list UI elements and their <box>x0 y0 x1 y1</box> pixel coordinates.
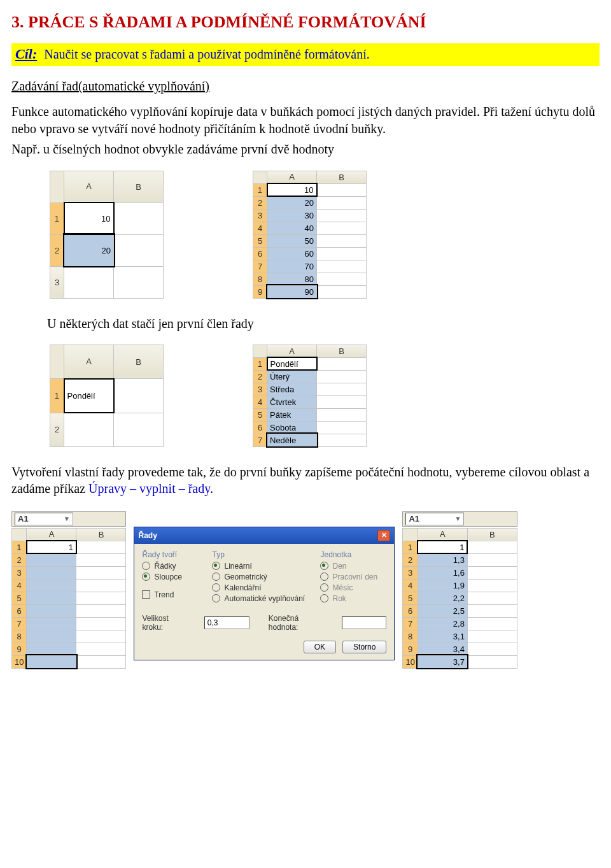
cell[interactable]: 1 <box>418 541 467 553</box>
cell[interactable] <box>76 592 126 604</box>
name-box[interactable]: A1 ▼ <box>15 513 73 525</box>
cell[interactable]: 10 <box>64 203 114 234</box>
dialog-titlebar[interactable]: Řady ✕ <box>134 527 394 544</box>
col-header[interactable]: A <box>418 528 467 541</box>
cell[interactable]: Pátek <box>267 408 317 421</box>
cell[interactable] <box>317 434 367 446</box>
row-header[interactable]: 5 <box>12 592 27 604</box>
cell[interactable]: 20 <box>64 234 114 266</box>
row-header[interactable]: 10 <box>12 655 27 668</box>
cell[interactable]: 50 <box>267 234 317 247</box>
end-input[interactable] <box>342 616 387 629</box>
row-header[interactable]: 9 <box>403 643 418 655</box>
cell[interactable] <box>114 266 164 298</box>
cell[interactable] <box>76 604 126 617</box>
cell[interactable] <box>114 413 164 446</box>
cell[interactable]: Pondělí <box>64 379 114 413</box>
row-header[interactable]: 6 <box>253 247 267 260</box>
cell[interactable] <box>467 566 517 579</box>
cell[interactable]: Neděle <box>267 434 317 446</box>
radio-linearni[interactable]: Lineární <box>212 562 307 571</box>
col-header[interactable]: A <box>27 528 76 541</box>
cell[interactable] <box>27 579 76 592</box>
cell[interactable]: 1,9 <box>418 579 467 592</box>
cell[interactable] <box>467 541 517 553</box>
row-header[interactable]: 7 <box>403 617 418 630</box>
cell[interactable] <box>317 370 367 383</box>
cell[interactable] <box>317 273 367 285</box>
row-header[interactable]: 1 <box>253 357 267 370</box>
dropdown-icon[interactable]: ▼ <box>455 515 461 522</box>
col-header[interactable]: B <box>317 345 367 357</box>
col-header[interactable]: A <box>267 171 317 183</box>
col-header[interactable]: B <box>467 528 517 541</box>
cell[interactable] <box>27 617 76 630</box>
col-header[interactable]: A <box>64 171 114 203</box>
row-header[interactable]: 4 <box>403 579 418 592</box>
cell[interactable] <box>467 579 517 592</box>
cell[interactable] <box>114 379 164 413</box>
row-header[interactable]: 5 <box>253 234 267 247</box>
row-header[interactable]: 4 <box>253 222 267 234</box>
col-header[interactable]: B <box>114 345 164 378</box>
row-header[interactable]: 3 <box>12 566 27 579</box>
cell[interactable] <box>317 357 367 370</box>
cell[interactable] <box>467 643 517 655</box>
cell[interactable]: 60 <box>267 247 317 260</box>
row-header[interactable]: 3 <box>253 209 267 222</box>
cell[interactable] <box>27 592 76 604</box>
cell[interactable]: Čtvrtek <box>267 395 317 408</box>
cell[interactable] <box>76 643 126 655</box>
row-header[interactable]: 1 <box>50 379 64 413</box>
row-header[interactable]: 9 <box>253 285 267 298</box>
step-input[interactable]: 0,3 <box>204 616 249 629</box>
cell[interactable]: 40 <box>267 222 317 234</box>
row-header[interactable]: 1 <box>403 541 418 553</box>
cell[interactable] <box>317 383 367 395</box>
row-header[interactable]: 5 <box>403 592 418 604</box>
row-header[interactable]: 1 <box>12 541 27 553</box>
cell[interactable] <box>317 285 367 298</box>
close-icon[interactable]: ✕ <box>377 530 390 541</box>
cell[interactable] <box>27 566 76 579</box>
cell[interactable]: 2,5 <box>418 604 467 617</box>
checkbox-trend[interactable]: Trend <box>142 590 199 599</box>
row-header[interactable]: 3 <box>253 383 267 395</box>
cell[interactable] <box>64 413 114 446</box>
row-header[interactable]: 6 <box>253 421 267 434</box>
cell[interactable] <box>317 260 367 273</box>
ok-button[interactable]: OK <box>304 641 336 653</box>
row-header[interactable]: 2 <box>403 553 418 566</box>
col-header[interactable]: B <box>114 171 164 203</box>
cell[interactable] <box>317 183 367 196</box>
cell[interactable] <box>27 553 76 566</box>
row-header[interactable]: 8 <box>253 273 267 285</box>
cell[interactable]: 80 <box>267 273 317 285</box>
cell[interactable] <box>467 604 517 617</box>
cell[interactable]: 3,7 <box>418 655 467 668</box>
cancel-button[interactable]: Storno <box>342 641 386 653</box>
cell[interactable] <box>27 604 76 617</box>
cell[interactable] <box>317 395 367 408</box>
radio-radky[interactable]: Řádky <box>142 562 199 571</box>
cell[interactable] <box>76 630 126 643</box>
radio-kalendarni[interactable]: Kalendářní <box>212 583 307 592</box>
cell[interactable]: 20 <box>267 196 317 209</box>
cell[interactable] <box>317 196 367 209</box>
cell[interactable] <box>467 617 517 630</box>
row-header[interactable]: 1 <box>50 203 64 234</box>
cell[interactable] <box>114 203 164 234</box>
row-header[interactable]: 8 <box>12 630 27 643</box>
cell[interactable]: 3,4 <box>418 643 467 655</box>
row-header[interactable]: 4 <box>12 579 27 592</box>
cell[interactable]: 1,6 <box>418 566 467 579</box>
cell[interactable]: 3,1 <box>418 630 467 643</box>
row-header[interactable]: 7 <box>253 260 267 273</box>
radio-sloupce[interactable]: Sloupce <box>142 573 199 581</box>
col-header[interactable]: B <box>76 528 126 541</box>
cell[interactable] <box>114 234 164 266</box>
row-header[interactable]: 3 <box>403 566 418 579</box>
cell[interactable] <box>76 579 126 592</box>
cell[interactable] <box>27 630 76 643</box>
cell[interactable] <box>27 655 76 668</box>
